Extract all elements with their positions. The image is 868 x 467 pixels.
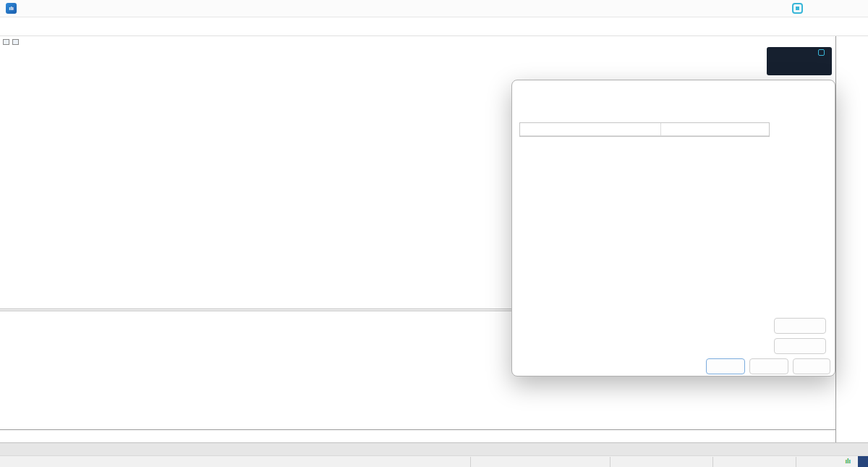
dialog-tabs bbox=[512, 102, 835, 119]
tradingfinder-timer-badge bbox=[767, 47, 832, 75]
chart-tabs-bar bbox=[0, 442, 868, 455]
statusbar-divider bbox=[712, 457, 713, 467]
title-bar: ılı bbox=[0, 0, 868, 17]
dialog-minimize-icon[interactable] bbox=[770, 80, 791, 102]
resize-grip bbox=[858, 456, 868, 467]
symbol-label-block bbox=[3, 39, 22, 45]
column-header-value bbox=[660, 123, 769, 135]
chart-menu-icon[interactable] bbox=[3, 39, 9, 45]
statusbar-divider bbox=[610, 457, 610, 467]
column-header-variable bbox=[520, 123, 660, 135]
dialog-close-icon[interactable] bbox=[813, 80, 835, 102]
tradingfinder-badge-logo-icon bbox=[818, 49, 825, 56]
load-button[interactable] bbox=[774, 318, 826, 334]
time-axis[interactable] bbox=[0, 429, 835, 442]
mt5-logo-icon: ılı bbox=[6, 3, 17, 14]
statusbar-divider bbox=[470, 457, 471, 467]
status-bar: ılı bbox=[0, 455, 868, 467]
dialog-maximize-icon[interactable] bbox=[791, 80, 813, 102]
dialog-title-bar[interactable] bbox=[512, 80, 835, 102]
connection-status: ılı bbox=[845, 458, 854, 465]
toolbar bbox=[0, 17, 868, 36]
parameters-table bbox=[519, 122, 770, 137]
price-axis[interactable] bbox=[835, 36, 868, 442]
tradingfinder-logo-icon bbox=[792, 3, 803, 14]
connection-bars-icon: ılı bbox=[845, 458, 851, 465]
chart-detach-icon[interactable] bbox=[12, 39, 19, 45]
save-button[interactable] bbox=[774, 338, 826, 354]
ok-button[interactable] bbox=[706, 358, 745, 374]
cancel-button[interactable] bbox=[749, 358, 788, 374]
dialog-window-controls bbox=[770, 80, 835, 102]
indicator-properties-dialog bbox=[511, 80, 835, 376]
parameters-table-header bbox=[520, 123, 769, 136]
statusbar-divider bbox=[796, 457, 796, 467]
mt5-window: ılı bbox=[0, 0, 868, 467]
reset-button[interactable] bbox=[793, 358, 830, 374]
